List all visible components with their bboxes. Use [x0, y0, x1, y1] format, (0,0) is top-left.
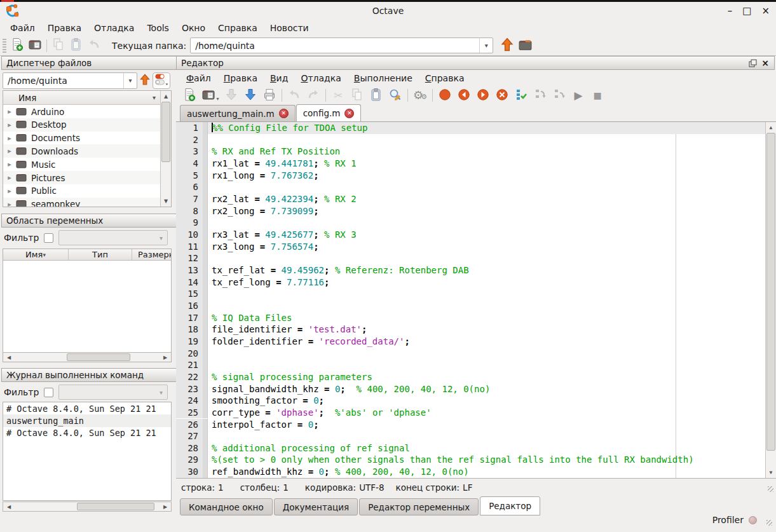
history-hscrollbar[interactable]: ◀ ▶: [3, 501, 172, 512]
step-in-button[interactable]: [531, 87, 550, 104]
redo-button[interactable]: [304, 87, 323, 104]
code-line[interactable]: 14tx_ref_long = 7.77116;: [176, 276, 765, 289]
tree-item-arduino[interactable]: ▸Arduino: [3, 105, 160, 118]
breakpoint-margin[interactable]: [203, 288, 208, 300]
breakpoint-margin[interactable]: [203, 466, 208, 478]
tree-item-documents[interactable]: ▸Documents: [3, 132, 160, 145]
breakpoint-margin[interactable]: [203, 217, 208, 229]
save-as-button[interactable]: [241, 87, 260, 104]
breakpoint-margin[interactable]: [203, 324, 208, 336]
code-line[interactable]: 20: [176, 348, 765, 360]
code-line[interactable]: 12: [176, 252, 765, 264]
breakpoint-margin[interactable]: [203, 241, 208, 253]
tree-expander-icon[interactable]: ▸: [3, 160, 16, 168]
code-editor[interactable]: 1%% Config File for TDOA setup23% RX and…: [176, 121, 776, 478]
history-entry[interactable]: # Octave 8.4.0, Sun Sep 21 21: [3, 427, 171, 439]
editor-scrollbar[interactable]: ▲ ▼: [765, 122, 776, 478]
browser-up-button[interactable]: [137, 72, 153, 89]
breakpoint-margin[interactable]: [203, 430, 208, 442]
editor-menu-отладка[interactable]: Отладка: [294, 72, 347, 85]
tree-expander-icon[interactable]: ▸: [3, 134, 16, 142]
editor-menu-вид[interactable]: Вид: [264, 72, 294, 85]
tree-item-pictures[interactable]: ▸Pictures: [3, 171, 160, 184]
tree-expander-icon[interactable]: ▸: [3, 147, 16, 155]
menu-справка[interactable]: Справка: [212, 22, 264, 34]
scroll-left-icon[interactable]: ◀: [4, 502, 14, 511]
editor-menu-выполнение[interactable]: Выполнение: [348, 72, 419, 85]
toolbar-grip[interactable]: [3, 39, 6, 53]
folder-up-button[interactable]: [498, 38, 516, 54]
code-line[interactable]: 24smoothing_factor = 0;: [176, 395, 765, 407]
code-line[interactable]: 1%% Config File for TDOA setup: [176, 122, 765, 134]
file-tree-name-header[interactable]: Имя ▾: [3, 91, 171, 105]
tree-expander-icon[interactable]: ▸: [3, 187, 16, 195]
browse-folder-button[interactable]: [516, 38, 534, 54]
breakpoint-margin[interactable]: [203, 193, 208, 205]
breakpoint-margin[interactable]: [203, 395, 208, 407]
tree-item-seamonkey[interactable]: ▸seamonkey: [3, 198, 160, 207]
history-entry[interactable]: # Octave 8.4.0, Sun Sep 21 21: [3, 402, 171, 414]
save-button[interactable]: [222, 87, 241, 104]
dock-tab-командное-окно[interactable]: Командное окно: [180, 498, 273, 515]
step-button[interactable]: [512, 87, 531, 104]
breakpoint-margin[interactable]: [203, 134, 208, 146]
browser-actions-button[interactable]: [153, 72, 170, 89]
breakpoint-margin[interactable]: [203, 371, 208, 383]
breakpoint-margin[interactable]: [203, 359, 208, 371]
menu-правка[interactable]: Правка: [41, 22, 88, 34]
undock-icon[interactable]: [747, 58, 758, 68]
history-entry[interactable]: auswertung_main: [3, 414, 171, 426]
editor-tab-auswertung_main.m[interactable]: auswertung_main.m✕: [180, 105, 296, 121]
code-line[interactable]: 9: [176, 217, 765, 229]
browser-path-combobox[interactable]: /home/quinta ▾: [3, 72, 137, 89]
undo-button[interactable]: [285, 87, 304, 104]
tree-expander-icon[interactable]: ▸: [3, 174, 16, 182]
file-tree-scrollbar[interactable]: ▲ ▼: [160, 91, 171, 207]
menu-tools[interactable]: Tools: [140, 22, 175, 34]
breakpoint-margin[interactable]: [203, 264, 208, 276]
tree-item-desktop[interactable]: ▸Desktop: [3, 118, 160, 132]
tree-item-public[interactable]: ▸Public: [3, 184, 160, 198]
step-out-button[interactable]: [550, 87, 569, 104]
print-button[interactable]: [260, 87, 279, 104]
tab-close-icon[interactable]: ✕: [344, 109, 354, 118]
code-line[interactable]: 23signal_bandwidth_khz = 0; % 400, 200, …: [176, 383, 765, 395]
code-line[interactable]: 16: [176, 300, 765, 312]
menu-новости[interactable]: Новости: [264, 22, 315, 34]
code-line[interactable]: 2: [176, 134, 765, 146]
undo-button[interactable]: [85, 38, 103, 54]
stop-button[interactable]: ■: [588, 87, 607, 104]
dock-tab-документация[interactable]: Документация: [274, 498, 358, 515]
open-button[interactable]: ▾: [199, 87, 222, 104]
code-line[interactable]: 10rx3_lat = 49.425677; % RX 3: [176, 229, 765, 241]
menu-файл[interactable]: Файл: [4, 22, 41, 34]
code-line[interactable]: 13tx_ref_lat = 49.45962; % Referenz: Rot…: [176, 264, 765, 276]
code-line[interactable]: 6: [176, 181, 765, 193]
breakpoint-margin[interactable]: [203, 158, 208, 170]
breakpoint-margin[interactable]: [203, 170, 208, 182]
menu-окно[interactable]: Окно: [175, 22, 212, 34]
code-line[interactable]: 5rx1_long = 7.767362;: [176, 170, 765, 182]
maximize-button[interactable]: □: [742, 6, 751, 16]
code-line[interactable]: 27: [176, 430, 765, 442]
code-line[interactable]: 4rx1_lat = 49.441781; % RX 1: [176, 158, 765, 170]
breakpoint-margin[interactable]: [203, 300, 208, 312]
code-line[interactable]: 26interpol_factor = 0;: [176, 419, 765, 431]
workspace-hscrollbar[interactable]: ◀ ▶: [3, 352, 172, 362]
breakpoint-margin[interactable]: [203, 122, 208, 134]
breakpoint-margin[interactable]: [203, 407, 208, 419]
titlebar[interactable]: Octave – □ ×: [0, 2, 776, 20]
breakpoint-margin[interactable]: [203, 336, 208, 348]
open-file-button[interactable]: [26, 38, 44, 54]
breakpoint-margin[interactable]: [203, 383, 208, 395]
find-button[interactable]: [386, 87, 405, 104]
workspace-filter-combobox[interactable]: ▾: [58, 230, 168, 245]
tree-expander-icon[interactable]: ▸: [3, 200, 16, 207]
breakpoint-margin[interactable]: [203, 276, 208, 289]
profiler-status-icon[interactable]: [749, 516, 757, 524]
code-line[interactable]: 25corr_type = 'dphase'; %'abs' or 'dphas…: [176, 407, 765, 419]
workspace-column-type[interactable]: Тип: [69, 249, 132, 261]
scroll-down-icon[interactable]: ▼: [161, 196, 171, 206]
code-line[interactable]: 18file_identifier = 'test.dat';: [176, 324, 765, 336]
preferences-button[interactable]: ⚙⚙: [411, 87, 430, 104]
